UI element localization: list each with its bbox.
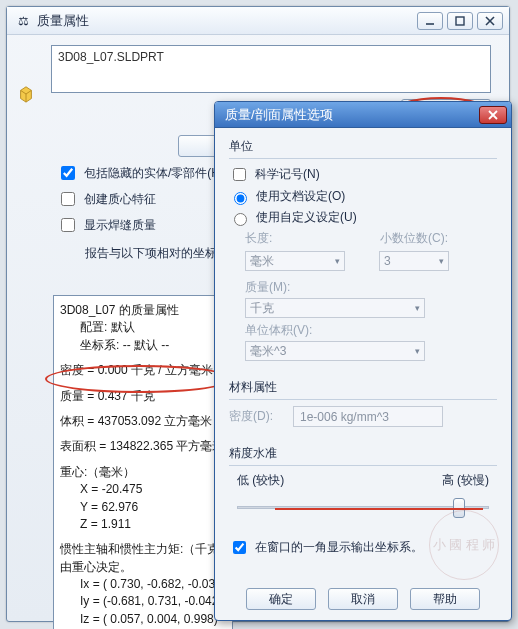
show-weld-input[interactable]	[61, 218, 75, 232]
annotation-underline	[275, 508, 483, 510]
unit-volume-select: 毫米^3▾	[245, 341, 425, 361]
maximize-button[interactable]	[447, 12, 473, 30]
chevron-down-icon: ▾	[439, 256, 444, 266]
density-label: 密度(D):	[229, 408, 273, 425]
units-group-label: 单位	[229, 138, 497, 159]
dialog-title: 质量/剖面属性选项	[225, 106, 479, 124]
create-com-input[interactable]	[61, 192, 75, 206]
chevron-down-icon: ▾	[335, 256, 340, 266]
precision-group-label: 精度水准	[229, 445, 497, 466]
use-doc-settings-input[interactable]	[234, 192, 247, 205]
main-titlebar[interactable]: ⚖ 质量属性	[7, 7, 509, 35]
show-output-csys-checkbox[interactable]: 在窗口的一角显示输出坐标系。	[229, 539, 497, 557]
report-line: 质量 = 0.437 千克	[60, 388, 226, 405]
file-name-field[interactable]: 3D08_L07.SLDPRT	[51, 45, 491, 93]
include-hidden-input[interactable]	[61, 166, 75, 180]
dialog-close-button[interactable]	[479, 106, 507, 124]
report-line: 3D08_L07 的质量属性	[60, 302, 226, 319]
use-doc-settings-radio[interactable]: 使用文档设定(O)	[229, 188, 497, 205]
length-label: 长度:	[245, 230, 362, 247]
unit-volume-label: 单位体积(V):	[245, 322, 497, 339]
material-group-label: 材料属性	[229, 379, 497, 400]
report-line-volume: 体积 = 437053.092 立方毫米	[60, 413, 226, 430]
chevron-down-icon: ▾	[415, 303, 420, 313]
ok-button[interactable]: 确定	[246, 588, 316, 610]
length-select: 毫米▾	[245, 251, 345, 271]
report-line: X = -20.475	[60, 481, 226, 498]
mass-select: 千克▾	[245, 298, 425, 318]
cancel-button[interactable]: 取消	[328, 588, 398, 610]
decimals-select: 3▾	[379, 251, 449, 271]
use-custom-settings-input[interactable]	[234, 213, 247, 226]
minimize-button[interactable]	[417, 12, 443, 30]
scientific-notation-input[interactable]	[233, 168, 246, 181]
report-line: 坐标系: -- 默认 --	[60, 337, 226, 354]
report-line: Z = 1.911	[60, 516, 226, 533]
dialog-titlebar[interactable]: 质量/剖面属性选项	[215, 102, 511, 128]
window-controls	[417, 12, 503, 30]
chevron-down-icon: ▾	[415, 346, 420, 356]
part-icon	[17, 85, 35, 103]
file-name-text: 3D08_L07.SLDPRT	[58, 50, 164, 64]
main-title: 质量属性	[37, 12, 417, 30]
report-line: 配置: 默认	[60, 319, 226, 336]
help-button[interactable]: 帮助	[410, 588, 480, 610]
scale-icon: ⚖	[15, 13, 31, 29]
report-line: 密度 = 0.000 千克 / 立方毫米	[60, 362, 226, 379]
scientific-notation-checkbox[interactable]: 科学记号(N)	[229, 165, 497, 184]
dialog-body: 单位 科学记号(N) 使用文档设定(O) 使用自定义设定(U) 长度: 小数位数…	[215, 128, 511, 620]
report-line: Iy = (-0.681, 0.731, -0.042)	[60, 593, 226, 610]
precision-low-label: 低 (较快)	[237, 472, 284, 489]
dialog-button-row: 确定 取消 帮助	[215, 588, 511, 610]
show-output-csys-input[interactable]	[233, 541, 246, 554]
report-line: 由重心决定。	[60, 559, 226, 576]
decimals-label: 小数位数(C):	[380, 230, 497, 247]
close-button[interactable]	[477, 12, 503, 30]
svg-rect-1	[456, 17, 464, 25]
report-line: 重心:（毫米）	[60, 464, 226, 481]
report-panel[interactable]: 3D08_L07 的质量属性 配置: 默认 坐标系: -- 默认 -- 密度 =…	[53, 295, 233, 629]
use-custom-settings-radio[interactable]: 使用自定义设定(U)	[229, 209, 497, 226]
density-input: 1e-006 kg/mm^3	[293, 406, 443, 427]
report-line: Y = 62.976	[60, 499, 226, 516]
report-line: Ix = ( 0.730, -0.682, -0.039)	[60, 576, 226, 593]
mass-label: 质量(M):	[245, 279, 497, 296]
report-line: 惯性主轴和惯性主力矩:（千克	[60, 541, 226, 558]
report-line: Iz = ( 0.057, 0.004, 0.998)	[60, 611, 226, 628]
precision-high-label: 高 (较慢)	[442, 472, 489, 489]
options-dialog: 质量/剖面属性选项 单位 科学记号(N) 使用文档设定(O) 使用自定义设定(U…	[214, 101, 512, 621]
report-line: 表面积 = 134822.365 平方毫米	[60, 438, 226, 455]
